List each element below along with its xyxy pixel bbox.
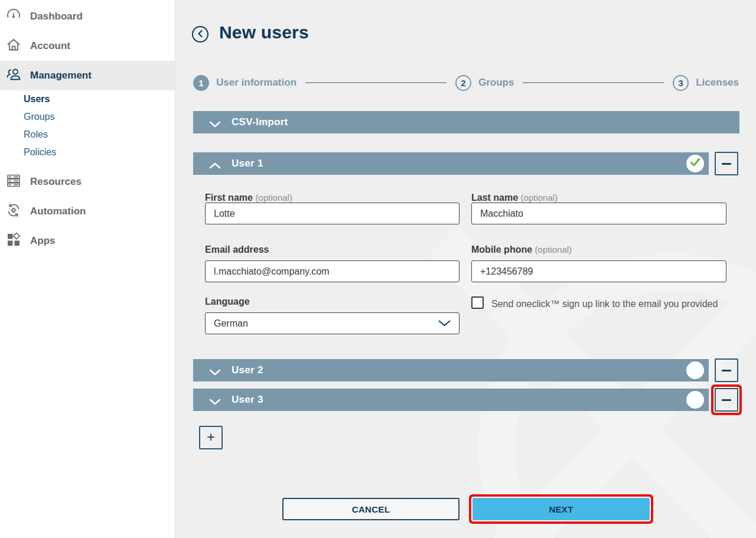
sidebar: Dashboard Account Management Users: [0, 0, 175, 538]
step-2-circle: 2: [455, 75, 471, 91]
section-title: User 3: [232, 394, 263, 406]
automation-icon: [6, 203, 21, 221]
step-3-circle: 3: [673, 75, 689, 91]
section-title: User 1: [232, 158, 263, 169]
optional-hint: (optional): [535, 244, 572, 255]
step-2-label: Groups: [478, 77, 514, 89]
section-user-3[interactable]: User 3: [193, 389, 709, 411]
section-csv-import[interactable]: CSV-Import: [193, 111, 739, 133]
management-submenu: Users Groups Roles Policies: [0, 90, 175, 161]
sidebar-item-management[interactable]: Management: [0, 61, 175, 90]
step-1-label: User information: [216, 77, 296, 89]
section-title: CSV-Import: [232, 116, 288, 128]
mobile-phone-input[interactable]: [471, 260, 726, 282]
stepper-connector: [523, 82, 664, 83]
sidebar-item-label: Automation: [30, 206, 86, 217]
servers-icon: [6, 173, 21, 191]
sidebar-item-automation[interactable]: Automation: [0, 197, 175, 226]
check-icon: [689, 157, 701, 170]
subitem-label: Roles: [24, 129, 48, 140]
remove-user-1-button[interactable]: [715, 152, 738, 175]
sidebar-subitem-policies[interactable]: Policies: [24, 144, 175, 161]
users-icon: [6, 67, 21, 85]
plus-icon: +: [207, 430, 215, 444]
chevron-up-icon: [209, 161, 221, 171]
mobile-phone-label: Mobile phone (optional): [471, 244, 572, 255]
user-3-selected-toggle[interactable]: [686, 391, 704, 409]
last-name-input[interactable]: [471, 203, 726, 224]
home-icon: [6, 37, 21, 56]
section-user-2[interactable]: User 2: [193, 359, 709, 382]
last-name-label: Last name (optional): [471, 193, 558, 203]
back-button[interactable]: [192, 26, 208, 43]
remove-user-2-button[interactable]: [715, 358, 738, 382]
sidebar-item-dashboard[interactable]: Dashboard: [0, 2, 175, 31]
add-user-button[interactable]: +: [199, 426, 223, 449]
language-select[interactable]: German: [205, 312, 460, 334]
main-content: New users 1 User information 2 Groups 3 …: [175, 0, 756, 538]
subitem-label: Groups: [24, 112, 54, 122]
language-label: Language: [205, 296, 250, 307]
sidebar-item-label: Dashboard: [30, 11, 83, 22]
step-3-label: Licenses: [696, 77, 739, 89]
wizard-stepper: 1 User information 2 Groups 3 Licenses: [193, 74, 739, 91]
sidebar-subitem-groups[interactable]: Groups: [24, 108, 175, 126]
optional-hint: (optional): [255, 193, 292, 203]
section-title: User 2: [232, 364, 263, 376]
email-label: Email address: [205, 244, 269, 255]
language-selected-value: German: [214, 318, 248, 329]
subitem-label: Policies: [24, 147, 56, 158]
chevron-down-icon: [209, 119, 221, 130]
user-1-selected-toggle[interactable]: [686, 155, 704, 172]
minus-icon: [722, 163, 731, 165]
sidebar-subitem-users[interactable]: Users: [24, 90, 175, 108]
minus-icon: [722, 370, 731, 371]
cancel-button[interactable]: CANCEL: [282, 498, 460, 520]
sidebar-item-label: Management: [30, 70, 92, 81]
step-1-circle: 1: [193, 75, 209, 91]
section-user-1[interactable]: User 1: [193, 152, 709, 175]
user-2-selected-toggle[interactable]: [686, 361, 704, 379]
sidebar-item-label: Apps: [30, 235, 56, 247]
sidebar-item-label: Resources: [30, 176, 82, 188]
sidebar-item-resources[interactable]: Resources: [0, 167, 175, 197]
next-button[interactable]: NEXT: [472, 498, 650, 520]
sidebar-subitem-roles[interactable]: Roles: [24, 126, 175, 144]
apps-icon: [6, 232, 21, 250]
minus-icon: [722, 399, 731, 401]
chevron-down-icon: [209, 397, 221, 407]
sidebar-item-label: Account: [30, 40, 70, 52]
send-signup-link-label: Send oneclick™ sign up link to the email…: [491, 299, 718, 309]
dashboard-icon: [6, 8, 21, 26]
first-name-label: First name (optional): [205, 193, 292, 203]
email-input[interactable]: [205, 260, 460, 282]
first-name-input[interactable]: [205, 203, 460, 224]
stepper-connector: [305, 82, 447, 83]
optional-hint: (optional): [521, 193, 558, 203]
chevron-down-icon: [438, 318, 451, 329]
chevron-down-icon: [209, 367, 221, 378]
page-title: New users: [219, 22, 309, 43]
send-signup-link-checkbox[interactable]: [471, 296, 484, 309]
sidebar-item-apps[interactable]: Apps: [0, 226, 175, 256]
remove-user-3-button[interactable]: [715, 388, 738, 412]
back-icon: [197, 30, 204, 40]
sidebar-item-account[interactable]: Account: [0, 31, 175, 61]
subitem-label: Users: [24, 94, 50, 105]
